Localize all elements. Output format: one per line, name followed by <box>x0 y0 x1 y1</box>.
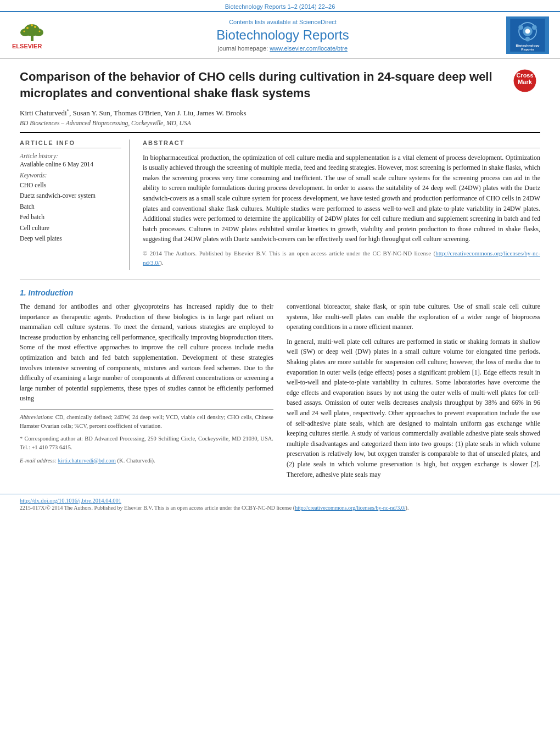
article-title: Comparison of the behavior of CHO cells … <box>20 69 507 101</box>
abstract-header: ABSTRACT <box>143 140 540 148</box>
journal-citation-bar: Biotechnology Reports 1–2 (2014) 22–26 <box>0 0 560 11</box>
svg-point-17 <box>525 37 530 42</box>
abbreviations-footnote: Abbreviations: CD, chemically defined; 2… <box>20 413 273 431</box>
corresponding-author-footnote: * Corresponding author at: BD Advanced P… <box>20 434 273 452</box>
svg-point-7 <box>31 24 33 26</box>
body-two-col: The demand for antibodies and other glyc… <box>20 302 540 484</box>
section-1-heading: Introduction <box>29 288 74 297</box>
keyword-1: CHO cells <box>20 180 121 191</box>
page-container: Biotechnology Reports 1–2 (2014) 22–26 <box>0 0 560 742</box>
svg-text:ELSEVIER: ELSEVIER <box>12 43 42 49</box>
keyword-5: Cell culture <box>20 223 121 234</box>
article-title-section: Comparison of the behavior of CHO cells … <box>20 69 540 133</box>
author-names: Kirti Chaturvedi*, Susan Y. Sun, Thomas … <box>20 109 247 117</box>
journal-name: Biotechnology Reports <box>59 27 506 43</box>
keywords-label: Keywords: <box>20 172 121 178</box>
intro-para-1: The demand for antibodies and other glyc… <box>20 302 273 404</box>
svg-point-3 <box>20 29 30 36</box>
crossmark-logo[interactable]: Cross Mark <box>513 69 540 95</box>
intro-para-2: conventional bioreactor, shake flask, or… <box>287 302 540 332</box>
svg-text:Biotechnology: Biotechnology <box>516 43 540 47</box>
footer-license-link[interactable]: http://creativecommons.org/licenses/by-n… <box>295 505 405 511</box>
keyword-2: Duetz sandwich-cover system <box>20 191 121 202</box>
svg-point-15 <box>518 25 523 30</box>
svg-point-16 <box>532 25 537 30</box>
email-link[interactable]: kirti.chaturvedi@bd.com <box>58 458 116 464</box>
history-value: Available online 6 May 2014 <box>20 161 121 168</box>
history-label: Article history: <box>20 153 121 159</box>
page-footer: http://dx.doi.org/10.1016/j.btre.2014.04… <box>0 494 560 514</box>
email-footnote: E-mail address: kirti.chaturvedi@bd.com … <box>20 456 273 465</box>
sciencedirect-link[interactable]: ScienceDirect <box>299 19 337 25</box>
abstract-col: ABSTRACT In biopharmaceutical production… <box>143 140 540 270</box>
intro-para-3: In general, multi-well plate cell cultur… <box>287 337 540 479</box>
section-1-title: 1. Introduction <box>20 288 540 297</box>
svg-point-5 <box>26 27 29 29</box>
journal-header: ELSEVIER Contents lists available at Sci… <box>0 11 560 59</box>
elsevier-logo: ELSEVIER <box>10 19 59 52</box>
abstract-text: In biopharmaceutical production, the opt… <box>143 153 540 267</box>
keyword-6: Deep well plates <box>20 233 121 244</box>
cc-license-link[interactable]: http://creativecommons.org/licenses/by-n… <box>143 250 540 266</box>
footnote-section: Abbreviations: CD, chemically defined; 2… <box>20 409 273 465</box>
doi-link-line: http://dx.doi.org/10.1016/j.btre.2014.04… <box>20 498 540 504</box>
svg-point-14 <box>525 29 530 34</box>
svg-point-6 <box>34 26 36 28</box>
svg-text:Cross: Cross <box>516 72 533 79</box>
footer-license: 2215-017X/© 2014 The Authors. Published … <box>20 505 540 511</box>
open-access-notice: © 2014 The Authors. Published by Elsevie… <box>143 249 540 267</box>
homepage-label: journal homepage: <box>218 45 268 52</box>
body-col-right: conventional bioreactor, shake flask, or… <box>287 302 540 484</box>
journal-citation: Biotechnology Reports 1–2 (2014) 22–26 <box>225 3 335 10</box>
svg-point-9 <box>39 30 41 32</box>
affiliation: BD Biosciences – Advanced Bioprocessing,… <box>20 120 507 126</box>
sciencedirect-label: Contents lists available at ScienceDirec… <box>59 19 506 25</box>
journal-homepage: journal homepage: www.elsevier.com/locat… <box>59 45 506 52</box>
svg-point-8 <box>24 30 25 32</box>
main-content: Comparison of the behavior of CHO cells … <box>0 59 560 494</box>
biotech-reports-logo: Biotechnology Reports <box>506 16 550 54</box>
authors: Kirti Chaturvedi*, Susan Y. Sun, Thomas … <box>20 108 507 117</box>
section-1-number: 1. <box>20 288 26 297</box>
svg-point-4 <box>33 29 43 36</box>
homepage-url[interactable]: www.elsevier.com/locate/btre <box>270 45 348 52</box>
keyword-3: Batch <box>20 202 121 213</box>
journal-center: Contents lists available at ScienceDirec… <box>59 19 506 52</box>
doi-link[interactable]: http://dx.doi.org/10.1016/j.btre.2014.04… <box>20 498 121 504</box>
article-info-abstract-section: ARTICLE INFO Article history: Available … <box>20 140 540 270</box>
abstract-paragraph-1: In biopharmaceutical production, the opt… <box>143 153 540 244</box>
article-info-header: ARTICLE INFO <box>20 140 121 148</box>
svg-text:Reports: Reports <box>521 47 534 51</box>
body-col-left: The demand for antibodies and other glyc… <box>20 302 273 484</box>
article-title-text: Comparison of the behavior of CHO cells … <box>20 69 507 126</box>
svg-text:Mark: Mark <box>518 79 533 85</box>
section-divider <box>20 279 540 280</box>
section-1: 1. Introduction The demand for antibodie… <box>20 288 540 484</box>
keyword-4: Fed batch <box>20 212 121 223</box>
article-info-col: ARTICLE INFO Article history: Available … <box>20 140 130 270</box>
keywords-list: CHO cells Duetz sandwich-cover system Ba… <box>20 180 121 244</box>
